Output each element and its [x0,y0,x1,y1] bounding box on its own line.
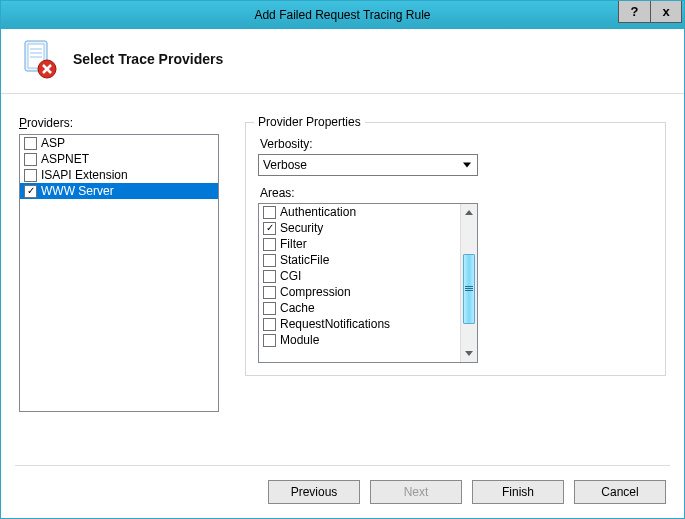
checkbox[interactable] [263,206,276,219]
group-title: Provider Properties [254,115,365,129]
areas-list[interactable]: Authentication✓SecurityFilterStaticFileC… [258,203,478,363]
provider-item[interactable]: ISAPI Extension [20,167,218,183]
scroll-thumb[interactable] [463,254,475,324]
areas-scrollbar[interactable] [460,204,477,362]
checkbox[interactable]: ✓ [263,222,276,235]
next-button: Next [370,480,462,504]
providers-label: Providers: [19,116,219,130]
checkbox[interactable] [263,334,276,347]
footer-buttons: Previous Next Finish Cancel [268,480,666,504]
provider-label: WWW Server [41,184,114,198]
area-item[interactable]: StaticFile [259,252,460,268]
checkbox[interactable] [263,254,276,267]
properties-panel: Provider Properties Verbosity: Verbose A… [245,116,666,412]
area-item[interactable]: Module [259,332,460,348]
area-item[interactable]: Cache [259,300,460,316]
area-label: Cache [280,301,315,315]
checkbox[interactable] [263,238,276,251]
providers-list[interactable]: ASPASPNETISAPI Extension✓WWW Server [19,134,219,412]
footer-divider [15,465,670,466]
finish-button[interactable]: Finish [472,480,564,504]
checkbox[interactable] [263,318,276,331]
provider-item[interactable]: ASP [20,135,218,151]
areas-label: Areas: [260,186,653,200]
checkbox[interactable] [263,286,276,299]
checkbox[interactable] [263,302,276,315]
previous-button[interactable]: Previous [268,480,360,504]
wizard-header: Select Trace Providers [1,29,684,94]
area-label: Compression [280,285,351,299]
checkbox[interactable]: ✓ [24,185,37,198]
checkbox[interactable] [263,270,276,283]
help-button[interactable]: ? [618,1,650,23]
titlebar[interactable]: Add Failed Request Tracing Rule ? x [1,1,684,29]
area-item[interactable]: Authentication [259,204,460,220]
provider-properties-group: Provider Properties Verbosity: Verbose A… [245,122,666,376]
checkbox[interactable] [24,169,37,182]
area-item[interactable]: Compression [259,284,460,300]
area-label: RequestNotifications [280,317,390,331]
area-label: Module [280,333,319,347]
provider-label: ASPNET [41,152,89,166]
checkbox[interactable] [24,137,37,150]
areas-inner: Authentication✓SecurityFilterStaticFileC… [259,204,460,362]
area-item[interactable]: CGI [259,268,460,284]
area-item[interactable]: Filter [259,236,460,252]
providers-panel: Providers: ASPASPNETISAPI Extension✓WWW … [19,116,219,412]
scroll-down-button[interactable] [461,345,477,362]
provider-label: ISAPI Extension [41,168,128,182]
scroll-up-button[interactable] [461,204,477,221]
window-title: Add Failed Request Tracing Rule [254,8,430,22]
page-title: Select Trace Providers [73,51,223,67]
titlebar-buttons: ? x [618,1,682,23]
close-button[interactable]: x [650,1,682,23]
area-item[interactable]: ✓Security [259,220,460,236]
area-label: Authentication [280,205,356,219]
area-label: StaticFile [280,253,329,267]
provider-label: ASP [41,136,65,150]
area-item[interactable]: RequestNotifications [259,316,460,332]
area-label: CGI [280,269,301,283]
content-area: Providers: ASPASPNETISAPI Extension✓WWW … [1,94,684,422]
checkbox[interactable] [24,153,37,166]
dialog-window: Add Failed Request Tracing Rule ? x Sele… [0,0,685,519]
cancel-button[interactable]: Cancel [574,480,666,504]
provider-item[interactable]: ASPNET [20,151,218,167]
document-error-icon [19,39,59,79]
verbosity-select[interactable]: Verbose [258,154,478,176]
verbosity-value: Verbose [263,158,307,172]
area-label: Filter [280,237,307,251]
provider-item[interactable]: ✓WWW Server [20,183,218,199]
verbosity-label: Verbosity: [260,137,653,151]
area-label: Security [280,221,323,235]
